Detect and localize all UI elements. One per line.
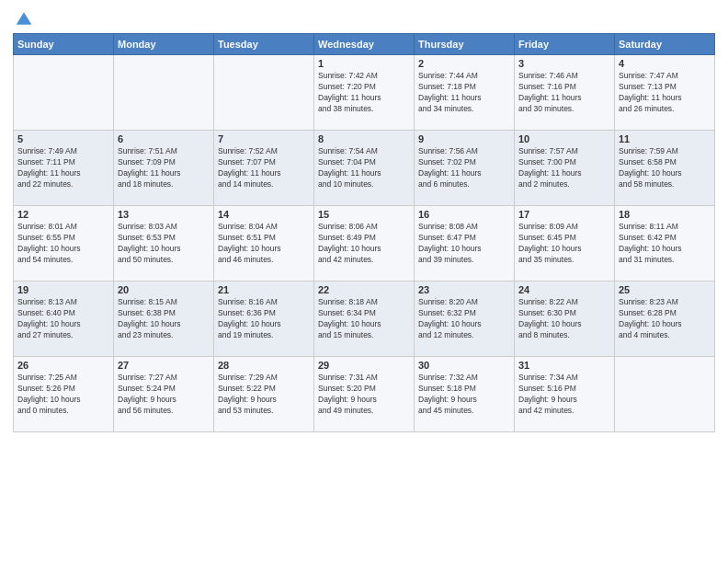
weekday-header-wednesday: Wednesday	[314, 34, 415, 55]
svg-marker-0	[17, 12, 32, 24]
weekday-header-monday: Monday	[114, 34, 214, 55]
calendar-cell: 20Sunrise: 8:15 AM Sunset: 6:38 PM Dayli…	[114, 282, 214, 357]
weekday-header-thursday: Thursday	[415, 34, 515, 55]
calendar-cell: 12Sunrise: 8:01 AM Sunset: 6:55 PM Dayli…	[14, 206, 114, 282]
day-number: 8	[318, 133, 410, 144]
day-info: Sunrise: 7:31 AM Sunset: 5:20 PM Dayligh…	[318, 373, 410, 417]
day-number: 5	[17, 133, 109, 144]
calendar-cell: 23Sunrise: 8:20 AM Sunset: 6:32 PM Dayli…	[415, 282, 515, 357]
logo	[13, 9, 33, 28]
day-info: Sunrise: 7:46 AM Sunset: 7:16 PM Dayligh…	[518, 71, 610, 115]
day-info: Sunrise: 7:59 AM Sunset: 6:58 PM Dayligh…	[619, 146, 711, 190]
calendar-cell: 31Sunrise: 7:34 AM Sunset: 5:16 PM Dayli…	[515, 357, 615, 432]
day-number: 27	[118, 360, 210, 371]
day-info: Sunrise: 8:23 AM Sunset: 6:28 PM Dayligh…	[619, 297, 711, 341]
day-number: 7	[218, 133, 310, 144]
calendar-cell: 19Sunrise: 8:13 AM Sunset: 6:40 PM Dayli…	[14, 282, 114, 357]
calendar-cell: 7Sunrise: 7:52 AM Sunset: 7:07 PM Daylig…	[214, 131, 314, 206]
day-number: 15	[318, 209, 410, 220]
calendar-cell: 6Sunrise: 7:51 AM Sunset: 7:09 PM Daylig…	[114, 131, 214, 206]
day-number: 17	[518, 209, 610, 220]
day-info: Sunrise: 7:34 AM Sunset: 5:16 PM Dayligh…	[518, 373, 610, 417]
day-number: 28	[218, 360, 310, 371]
calendar-cell: 24Sunrise: 8:22 AM Sunset: 6:30 PM Dayli…	[515, 282, 615, 357]
day-info: Sunrise: 7:57 AM Sunset: 7:00 PM Dayligh…	[518, 146, 610, 190]
week-row-4: 19Sunrise: 8:13 AM Sunset: 6:40 PM Dayli…	[14, 282, 715, 357]
calendar-cell: 27Sunrise: 7:27 AM Sunset: 5:24 PM Dayli…	[114, 357, 214, 432]
calendar-cell	[615, 357, 715, 432]
day-number: 31	[518, 360, 610, 371]
day-info: Sunrise: 7:42 AM Sunset: 7:20 PM Dayligh…	[318, 71, 410, 115]
day-number: 21	[218, 284, 310, 295]
day-number: 26	[17, 360, 109, 371]
day-number: 22	[318, 284, 410, 295]
week-row-5: 26Sunrise: 7:25 AM Sunset: 5:26 PM Dayli…	[14, 357, 715, 432]
day-info: Sunrise: 7:51 AM Sunset: 7:09 PM Dayligh…	[118, 146, 210, 190]
calendar-cell: 2Sunrise: 7:44 AM Sunset: 7:18 PM Daylig…	[415, 55, 515, 131]
day-number: 9	[418, 133, 510, 144]
weekday-header-row: SundayMondayTuesdayWednesdayThursdayFrid…	[14, 34, 715, 55]
day-number: 29	[318, 360, 410, 371]
day-number: 16	[418, 209, 510, 220]
day-info: Sunrise: 8:09 AM Sunset: 6:45 PM Dayligh…	[518, 222, 610, 266]
logo-icon	[15, 9, 33, 28]
day-number: 6	[118, 133, 210, 144]
calendar-cell: 1Sunrise: 7:42 AM Sunset: 7:20 PM Daylig…	[314, 55, 415, 131]
calendar-cell: 13Sunrise: 8:03 AM Sunset: 6:53 PM Dayli…	[114, 206, 214, 282]
day-number: 19	[17, 284, 109, 295]
day-number: 11	[619, 133, 711, 144]
calendar-cell: 15Sunrise: 8:06 AM Sunset: 6:49 PM Dayli…	[314, 206, 415, 282]
day-number: 25	[619, 284, 711, 295]
day-info: Sunrise: 8:03 AM Sunset: 6:53 PM Dayligh…	[118, 222, 210, 266]
calendar-cell: 3Sunrise: 7:46 AM Sunset: 7:16 PM Daylig…	[515, 55, 615, 131]
calendar-cell: 5Sunrise: 7:49 AM Sunset: 7:11 PM Daylig…	[14, 131, 114, 206]
day-info: Sunrise: 7:54 AM Sunset: 7:04 PM Dayligh…	[318, 146, 410, 190]
day-number: 18	[619, 209, 711, 220]
calendar-cell: 9Sunrise: 7:56 AM Sunset: 7:02 PM Daylig…	[415, 131, 515, 206]
page: SundayMondayTuesdayWednesdayThursdayFrid…	[0, 0, 728, 563]
day-number: 13	[118, 209, 210, 220]
day-info: Sunrise: 7:25 AM Sunset: 5:26 PM Dayligh…	[17, 373, 109, 417]
day-number: 12	[17, 209, 109, 220]
day-info: Sunrise: 8:06 AM Sunset: 6:49 PM Dayligh…	[318, 222, 410, 266]
calendar-cell: 10Sunrise: 7:57 AM Sunset: 7:00 PM Dayli…	[515, 131, 615, 206]
calendar-cell: 18Sunrise: 8:11 AM Sunset: 6:42 PM Dayli…	[615, 206, 715, 282]
day-number: 14	[218, 209, 310, 220]
day-number: 4	[619, 58, 711, 69]
day-number: 24	[518, 284, 610, 295]
weekday-header-saturday: Saturday	[615, 34, 715, 55]
calendar-cell	[214, 55, 314, 131]
day-info: Sunrise: 7:56 AM Sunset: 7:02 PM Dayligh…	[418, 146, 510, 190]
day-number: 20	[118, 284, 210, 295]
weekday-header-sunday: Sunday	[14, 34, 114, 55]
day-number: 23	[418, 284, 510, 295]
day-info: Sunrise: 8:18 AM Sunset: 6:34 PM Dayligh…	[318, 297, 410, 341]
day-info: Sunrise: 8:01 AM Sunset: 6:55 PM Dayligh…	[17, 222, 109, 266]
calendar-cell: 22Sunrise: 8:18 AM Sunset: 6:34 PM Dayli…	[314, 282, 415, 357]
week-row-2: 5Sunrise: 7:49 AM Sunset: 7:11 PM Daylig…	[14, 131, 715, 206]
calendar-cell	[14, 55, 114, 131]
day-info: Sunrise: 8:11 AM Sunset: 6:42 PM Dayligh…	[619, 222, 711, 266]
day-info: Sunrise: 8:22 AM Sunset: 6:30 PM Dayligh…	[518, 297, 610, 341]
day-number: 10	[518, 133, 610, 144]
calendar-table: SundayMondayTuesdayWednesdayThursdayFrid…	[13, 33, 715, 432]
calendar-cell: 17Sunrise: 8:09 AM Sunset: 6:45 PM Dayli…	[515, 206, 615, 282]
header	[13, 9, 715, 28]
calendar-cell: 16Sunrise: 8:08 AM Sunset: 6:47 PM Dayli…	[415, 206, 515, 282]
calendar-cell: 21Sunrise: 8:16 AM Sunset: 6:36 PM Dayli…	[214, 282, 314, 357]
calendar-cell: 8Sunrise: 7:54 AM Sunset: 7:04 PM Daylig…	[314, 131, 415, 206]
weekday-header-tuesday: Tuesday	[214, 34, 314, 55]
day-info: Sunrise: 7:52 AM Sunset: 7:07 PM Dayligh…	[218, 146, 310, 190]
day-number: 30	[418, 360, 510, 371]
day-info: Sunrise: 8:13 AM Sunset: 6:40 PM Dayligh…	[17, 297, 109, 341]
calendar-cell: 4Sunrise: 7:47 AM Sunset: 7:13 PM Daylig…	[615, 55, 715, 131]
day-info: Sunrise: 7:44 AM Sunset: 7:18 PM Dayligh…	[418, 71, 510, 115]
day-info: Sunrise: 7:49 AM Sunset: 7:11 PM Dayligh…	[17, 146, 109, 190]
day-info: Sunrise: 8:15 AM Sunset: 6:38 PM Dayligh…	[118, 297, 210, 341]
day-info: Sunrise: 8:16 AM Sunset: 6:36 PM Dayligh…	[218, 297, 310, 341]
weekday-header-friday: Friday	[515, 34, 615, 55]
calendar-cell: 29Sunrise: 7:31 AM Sunset: 5:20 PM Dayli…	[314, 357, 415, 432]
day-info: Sunrise: 7:27 AM Sunset: 5:24 PM Dayligh…	[118, 373, 210, 417]
day-number: 1	[318, 58, 410, 69]
day-info: Sunrise: 8:20 AM Sunset: 6:32 PM Dayligh…	[418, 297, 510, 341]
